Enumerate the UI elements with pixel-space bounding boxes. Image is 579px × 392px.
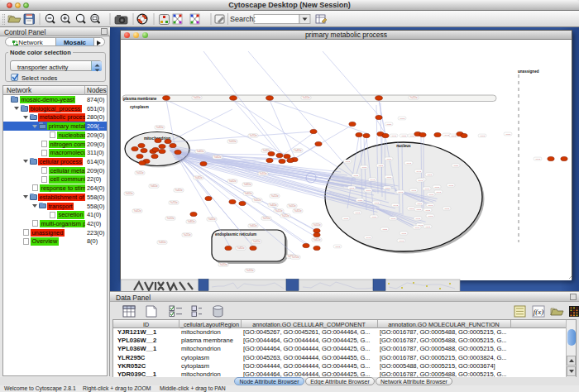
svg-text:Ya0l2: Ya0l2 [390,218,396,220]
svg-text:Ya8l2: Ya8l2 [505,133,511,136]
svg-text:f(x): f(x) [534,308,544,316]
svg-text:Ya6l2: Ya6l2 [418,179,423,182]
svg-text:Ya1l2w: Ya1l2w [303,96,311,99]
svg-text:Ya3l2w: Ya3l2w [294,209,303,213]
svg-text:Ya4l2: Ya4l2 [366,237,371,239]
svg-text:Ya1l2: Ya1l2 [400,117,405,120]
svg-text:Ya2l2: Ya2l2 [357,199,363,202]
svg-text:Ya0l2: Ya0l2 [428,194,434,196]
svg-text:unassigned: unassigned [518,69,539,74]
svg-text:Ya6l2: Ya6l2 [349,187,355,189]
svg-text:Ya2l2: Ya2l2 [401,135,407,137]
svg-text:Ya2l2: Ya2l2 [386,123,392,126]
svg-text:Ya4l2w: Ya4l2w [175,189,184,192]
svg-text:Ya4l2: Ya4l2 [444,134,450,136]
svg-text:Ya5l2w: Ya5l2w [126,192,134,195]
svg-text:Ya5l2w: Ya5l2w [136,171,145,174]
svg-text:Ya2l2: Ya2l2 [416,208,422,211]
svg-text:Ya7l2: Ya7l2 [424,188,430,190]
svg-text:Ya5l2: Ya5l2 [409,208,414,210]
svg-text:Ya6l2w: Ya6l2w [250,224,258,227]
svg-text:Ya2l2w: Ya2l2w [271,194,280,198]
svg-text:Ya6l2w: Ya6l2w [245,192,253,195]
svg-text:Ya1l2: Ya1l2 [415,218,421,220]
svg-text:Ya7l2: Ya7l2 [355,212,361,214]
svg-text:Ya1l2: Ya1l2 [391,135,397,137]
svg-text:Ya2l2: Ya2l2 [378,165,384,167]
svg-text:Ya1l2w: Ya1l2w [260,172,268,175]
svg-text:endoplasmic reticulum: endoplasmic reticulum [215,232,256,237]
svg-text:Ya8l2: Ya8l2 [386,158,392,160]
svg-text:Ya0l2: Ya0l2 [398,191,404,194]
svg-text:Ya2l2w: Ya2l2w [282,214,290,218]
svg-text:Ya7l2: Ya7l2 [480,135,486,137]
svg-text:plasma membrane: plasma membrane [123,97,157,101]
svg-text:Ya3l2: Ya3l2 [353,174,359,177]
svg-text:Ya0l2w: Ya0l2w [194,96,202,99]
svg-text:Ya7l2: Ya7l2 [428,215,433,218]
svg-text:Ya0l2w: Ya0l2w [229,179,237,183]
svg-text:Ya5l2w: Ya5l2w [254,198,262,202]
svg-text:Ya6l2w: Ya6l2w [313,238,322,241]
svg-text:Ya8l2: Ya8l2 [444,208,450,210]
svg-text:Ya8l2w: Ya8l2w [244,183,252,186]
svg-text:Ya8l2: Ya8l2 [434,186,440,189]
svg-text:Ya4l2: Ya4l2 [370,179,376,181]
svg-text:Ya3l2: Ya3l2 [409,135,415,137]
svg-text:Ya8l2: Ya8l2 [385,187,390,189]
svg-text:Ya3l2: Ya3l2 [425,209,431,212]
svg-text:Ya1l2: Ya1l2 [361,166,367,169]
svg-text:Ya3l2: Ya3l2 [374,202,380,204]
svg-text:Ya4l2w: Ya4l2w [197,150,205,153]
svg-text:Ya1l2: Ya1l2 [335,246,341,248]
svg-text:Ya2l2w: Ya2l2w [220,263,228,266]
svg-text:Ya2l2: Ya2l2 [453,165,459,167]
svg-text:nucleus: nucleus [396,144,411,148]
svg-text:Ya3l2w: Ya3l2w [159,241,167,244]
svg-text:Ya6l2: Ya6l2 [414,227,420,229]
svg-text:Ya4l2w: Ya4l2w [270,203,278,207]
svg-text:Ya4l2w: Ya4l2w [294,149,303,152]
svg-text:Ya7l2w: Ya7l2w [292,256,300,259]
svg-text:Ya0l2w: Ya0l2w [208,218,217,221]
svg-text:Ya5l2: Ya5l2 [425,226,431,228]
svg-text:Ya1l2w: Ya1l2w [275,209,284,213]
svg-text:Ya7l2w: Ya7l2w [170,201,179,204]
svg-text:Ya5l2: Ya5l2 [427,174,433,176]
svg-text:Ya1l2: Ya1l2 [417,203,423,205]
svg-text:Ya8l2w: Ya8l2w [188,220,196,223]
svg-text:Ya3l2: Ya3l2 [343,218,349,220]
svg-text:Ya0l2w: Ya0l2w [253,240,261,243]
svg-text:Ya0l2: Ya0l2 [535,158,541,160]
svg-text:Ya4l2w: Ya4l2w [134,209,142,213]
svg-text:Ya0l2: Ya0l2 [399,240,404,242]
svg-text:Ya0l2: Ya0l2 [406,162,412,165]
svg-text:Ya5l2: Ya5l2 [451,135,457,137]
svg-text:Ya2l2w: Ya2l2w [184,233,192,237]
svg-text:Ya3l2w: Ya3l2w [195,176,203,179]
svg-text:Ya4l2: Ya4l2 [393,204,399,207]
svg-text:Ya7l2w: Ya7l2w [250,134,258,137]
svg-text:Ya4l2: Ya4l2 [416,170,422,173]
svg-text:Ya1l2: Ya1l2 [411,189,417,192]
svg-text:Ya1l2w: Ya1l2w [167,217,175,220]
svg-text:Ya7l2w: Ya7l2w [263,217,271,220]
svg-text:Ya7l2: Ya7l2 [448,184,454,187]
svg-text:Ya1l2w: Ya1l2w [246,269,255,272]
svg-text:Ya2l2w: Ya2l2w [410,96,419,99]
svg-text:Ya3l2: Ya3l2 [401,232,407,235]
svg-text:Ya5l2w: Ya5l2w [229,140,237,143]
svg-text:Ya8l2w: Ya8l2w [237,246,246,250]
svg-text:Ya6l2: Ya6l2 [428,204,433,207]
svg-text:Ya8l2: Ya8l2 [371,216,377,218]
svg-text:Ya6l2: Ya6l2 [436,191,442,194]
svg-text:Ya6l2w: Ya6l2w [151,184,159,188]
svg-text:Ya2l2: Ya2l2 [382,228,388,231]
svg-text:Ya7l2: Ya7l2 [366,189,371,192]
svg-text:cytoplasm: cytoplasm [130,105,149,109]
svg-text:Ya6l2w: Ya6l2w [214,155,223,159]
svg-text:Ya0l2: Ya0l2 [345,160,351,163]
svg-text:Ya3l2w: Ya3l2w [156,126,165,129]
svg-text:Ya0l2w: Ya0l2w [289,204,297,208]
svg-text:Ya5l2w: Ya5l2w [313,223,322,227]
